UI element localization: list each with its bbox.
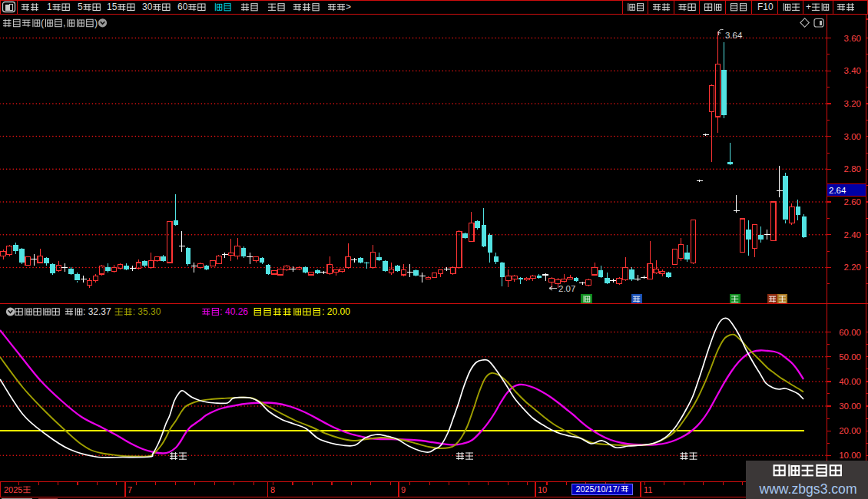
svg-text:2.40: 2.40 xyxy=(844,230,861,240)
svg-text:10.00: 10.00 xyxy=(839,451,861,460)
svg-text:2025: 2025 xyxy=(4,485,22,494)
svg-text:7: 7 xyxy=(128,485,132,494)
svg-text:9: 9 xyxy=(401,485,406,494)
svg-text:: 35.30: : 35.30 xyxy=(133,306,161,317)
svg-text:>: > xyxy=(346,2,351,12)
svg-text:3.20: 3.20 xyxy=(844,99,861,108)
svg-text:www.zbgs3.com: www.zbgs3.com xyxy=(758,481,856,497)
svg-text:2.64: 2.64 xyxy=(829,186,846,195)
svg-text:50.00: 50.00 xyxy=(839,352,861,362)
svg-text:15: 15 xyxy=(107,2,118,12)
svg-text:2025/10/17/: 2025/10/17/ xyxy=(576,484,620,494)
svg-text:: 32.37: : 32.37 xyxy=(83,306,111,317)
svg-text:3.40: 3.40 xyxy=(844,66,861,75)
svg-text:3.60: 3.60 xyxy=(844,34,861,43)
svg-text:2.20: 2.20 xyxy=(844,263,861,272)
svg-text:2.80: 2.80 xyxy=(844,164,861,173)
svg-text:3.00: 3.00 xyxy=(844,132,861,141)
svg-text:+: + xyxy=(806,2,811,12)
svg-text:60: 60 xyxy=(177,2,188,12)
svg-text:: 40.26: : 40.26 xyxy=(220,306,248,317)
svg-text:2.07: 2.07 xyxy=(558,284,575,293)
svg-text:): ) xyxy=(94,18,98,28)
svg-text:60.00: 60.00 xyxy=(839,328,861,337)
svg-text:,: , xyxy=(63,18,65,28)
svg-text:30.00: 30.00 xyxy=(839,402,861,411)
svg-text:20.00: 20.00 xyxy=(839,426,861,435)
svg-text:10: 10 xyxy=(538,485,547,494)
svg-text:F10: F10 xyxy=(757,2,774,12)
svg-text:40.00: 40.00 xyxy=(839,377,861,386)
svg-text:1: 1 xyxy=(47,2,52,12)
svg-text:11: 11 xyxy=(644,485,652,494)
svg-text:: 20.00: : 20.00 xyxy=(322,306,350,317)
svg-text:5: 5 xyxy=(78,2,83,12)
svg-text:8: 8 xyxy=(270,485,275,494)
svg-text:30: 30 xyxy=(142,2,153,12)
svg-text:2.60: 2.60 xyxy=(844,197,861,207)
svg-text:3.64: 3.64 xyxy=(725,31,743,40)
